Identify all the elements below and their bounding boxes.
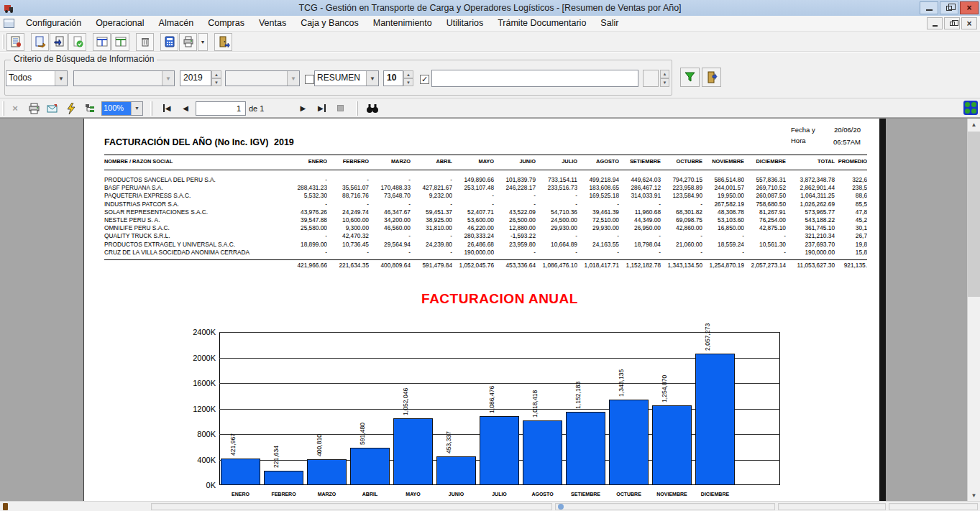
month-combobox[interactable]: ▼ <box>225 70 300 86</box>
menu-item-operacional[interactable]: Operacional <box>88 16 151 31</box>
exit-panel-button[interactable] <box>702 68 721 87</box>
child-minimize-icon[interactable] <box>927 17 943 29</box>
exit-button[interactable] <box>214 33 232 51</box>
transfer-in-button[interactable] <box>50 33 68 51</box>
vertical-scrollbar[interactable]: ▲ ▼ <box>967 119 980 501</box>
menu-item-salir[interactable]: Salir <box>593 16 626 31</box>
table-cell: - <box>744 232 786 240</box>
chevron-down-icon[interactable]: ▼ <box>366 71 378 86</box>
table-cell: 5,532.30 <box>285 192 327 200</box>
year-spinner[interactable]: 2019 ▲▼ <box>180 70 221 86</box>
refresh-report-button[interactable] <box>63 101 80 116</box>
table-cell: 42,470.32 <box>327 232 369 240</box>
chevron-down-icon[interactable]: ▼ <box>162 71 174 86</box>
top-count-spinner[interactable]: 10 ▲▼ <box>383 70 413 86</box>
child-restore-icon[interactable] <box>944 17 960 29</box>
table-cell: - <box>661 201 702 208</box>
table-cell: 10,561.30 <box>744 241 786 249</box>
table-cell: 421,966.66 <box>285 262 327 270</box>
next-page-button[interactable]: ▶ <box>294 101 311 116</box>
search-text-button[interactable] <box>364 101 381 116</box>
delete-button[interactable] <box>136 33 154 51</box>
scroll-up-icon[interactable]: ▲ <box>968 119 980 131</box>
table-cell: 11,960.68 <box>619 208 661 216</box>
report-button[interactable] <box>6 33 24 51</box>
aux-button[interactable] <box>643 70 659 87</box>
top-count-value[interactable]: 10 <box>383 70 403 86</box>
table-cell: 427,821.67 <box>411 184 452 192</box>
menu-items: ConfiguraciónOperacionalAlmacénComprasVe… <box>19 16 626 31</box>
minimize-icon[interactable] <box>920 1 938 14</box>
close-icon[interactable]: × <box>960 1 979 14</box>
table-cell: 3,872,348.78 <box>786 176 835 184</box>
document-check-button[interactable] <box>68 33 86 51</box>
toggle-group-tree-button[interactable] <box>81 101 99 116</box>
restore-icon[interactable] <box>940 1 958 14</box>
table-cell: 1,052,045.76 <box>452 262 494 270</box>
chart-bar-noviembre <box>652 405 692 485</box>
table-cell: - <box>411 176 452 184</box>
form-design-green-button[interactable] <box>111 33 129 51</box>
column-header: NOMBRE / RAZON SOCIAL <box>104 157 285 167</box>
zoom-combobox[interactable]: 100% ▼ <box>101 101 143 116</box>
filter-button[interactable] <box>680 68 700 87</box>
calculator-button[interactable] <box>160 33 178 51</box>
mdi-child-icon[interactable] <box>4 19 14 28</box>
table-cell: 47,8 <box>835 208 867 216</box>
chevron-down-icon[interactable]: ▼ <box>131 102 142 115</box>
report-year: 2019 <box>274 137 294 147</box>
search-input[interactable] <box>431 70 638 87</box>
export-report-button[interactable] <box>44 101 61 116</box>
menu-item-mantenimiento[interactable]: Mantenimiento <box>366 16 439 31</box>
first-page-button[interactable]: ◀ <box>158 101 175 116</box>
table-cell: 24,239.80 <box>411 241 452 249</box>
table-row: OMNILIFE PERU S.A.C.25,580.009,300.0046,… <box>104 224 867 232</box>
menu-item-configuraci-n[interactable]: Configuración <box>19 16 88 31</box>
scope-combobox[interactable]: Todos▼ <box>6 70 68 86</box>
menu-item-caja-y-bancos[interactable]: Caja y Bancos <box>293 16 366 31</box>
transfer-out-button[interactable] <box>31 33 49 51</box>
aux-spinner[interactable]: ▲▼ <box>660 70 669 87</box>
menu-item-compras[interactable]: Compras <box>201 16 252 31</box>
scroll-down-icon[interactable]: ▼ <box>968 489 980 501</box>
menu-item-tr-mite-documentario[interactable]: Trámite Documentario <box>490 16 593 31</box>
menu-item-ventas[interactable]: Ventas <box>252 16 293 31</box>
print-report-button[interactable] <box>25 101 42 116</box>
menu-item-almac-n[interactable]: Almacén <box>152 16 201 31</box>
x-axis-tick-label: SETIEMBRE <box>564 492 608 497</box>
table-cell: 26,486.68 <box>452 241 494 249</box>
spin-up-icon[interactable]: ▲ <box>211 70 221 78</box>
table-cell: 29,564.94 <box>369 241 411 249</box>
page-number-input[interactable] <box>196 101 246 116</box>
spin-up-icon[interactable]: ▲ <box>403 70 413 78</box>
app-icon[interactable] <box>3 2 14 14</box>
print-button[interactable] <box>179 33 197 51</box>
close-report-button[interactable]: × <box>6 101 24 116</box>
table-cell: 267,582.19 <box>702 201 744 208</box>
chevron-down-icon[interactable]: ▼ <box>287 71 299 86</box>
table-cell: - <box>702 232 744 240</box>
table-cell: 190,000.00 <box>786 249 835 257</box>
filter-enabled-checkbox[interactable]: ✓ <box>420 75 429 84</box>
spin-down-icon[interactable]: ▼ <box>403 78 413 86</box>
spin-down-icon[interactable]: ▼ <box>660 78 669 87</box>
chevron-down-icon[interactable]: ▼ <box>55 71 67 86</box>
column-header: JULIO <box>536 157 577 167</box>
table-cell: 322,6 <box>835 176 867 184</box>
child-close-icon[interactable]: × <box>961 17 977 29</box>
menu-item-utilitarios[interactable]: Utilitarios <box>439 16 490 31</box>
entity-combobox[interactable]: ▼ <box>73 70 175 86</box>
scrollbar-thumb[interactable] <box>968 132 980 297</box>
year-value[interactable]: 2019 <box>180 70 211 86</box>
previous-page-button[interactable]: ◀ <box>177 101 194 116</box>
print-options-dropdown-icon[interactable]: ▼ <box>198 33 208 51</box>
option-checkbox[interactable] <box>305 75 314 84</box>
table-cell: 18,798.04 <box>619 241 661 249</box>
last-page-button[interactable]: ▶ <box>313 101 330 116</box>
stop-loading-button[interactable] <box>331 101 349 116</box>
spin-up-icon[interactable]: ▲ <box>660 70 669 78</box>
mode-combobox[interactable]: RESUMEN▼ <box>314 70 379 86</box>
lightning-icon <box>66 103 76 114</box>
form-design-blue-button[interactable] <box>93 33 111 51</box>
spin-down-icon[interactable]: ▼ <box>211 78 221 86</box>
